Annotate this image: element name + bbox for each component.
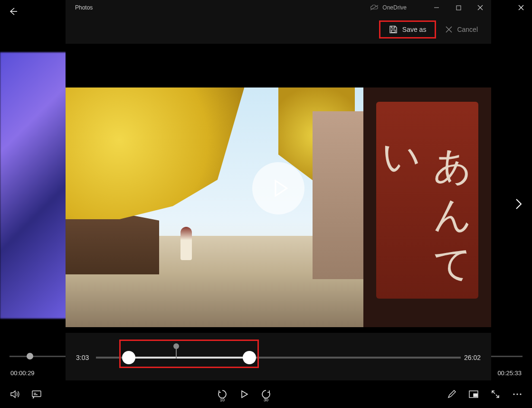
trim-start-handle[interactable] xyxy=(122,351,135,364)
trim-timeline: 3:03 26:02 xyxy=(66,333,491,380)
next-media-button[interactable] xyxy=(510,193,527,215)
svg-rect-1 xyxy=(391,30,395,32)
svg-point-6 xyxy=(516,393,518,395)
cloud-off-icon xyxy=(370,5,379,10)
skip-back-button[interactable]: 10 xyxy=(212,384,232,404)
trim-start-time: 3:03 xyxy=(76,354,89,361)
fullscreen-button[interactable] xyxy=(485,384,505,404)
outer-current-time: 00:00:29 xyxy=(10,369,35,377)
trim-end-handle[interactable] xyxy=(243,351,256,364)
play-button[interactable] xyxy=(234,384,254,404)
photos-trim-editor: Photos OneDrive Save as Cancel xyxy=(66,0,491,380)
svg-point-5 xyxy=(513,393,514,395)
svg-point-7 xyxy=(520,393,521,395)
outer-total-time: 00:25:33 xyxy=(497,369,522,377)
editor-titlebar: Photos OneDrive xyxy=(66,0,491,15)
pip-icon xyxy=(468,390,479,398)
save-icon xyxy=(389,25,398,34)
play-icon xyxy=(270,178,291,199)
volume-button[interactable] xyxy=(5,384,25,404)
background-art xyxy=(0,52,66,319)
annotation-highlight xyxy=(119,340,258,368)
captions-button[interactable] xyxy=(27,384,47,404)
back-button[interactable] xyxy=(9,7,20,18)
minimize-button[interactable] xyxy=(426,0,447,15)
svg-rect-0 xyxy=(456,6,461,10)
outer-window-controls xyxy=(510,0,532,15)
fullscreen-icon xyxy=(491,389,500,399)
cancel-label: Cancel xyxy=(457,26,478,33)
close-button[interactable] xyxy=(469,0,491,15)
editor-toolbar: Save as Cancel xyxy=(66,15,491,44)
skip-fwd-seconds: 30 xyxy=(264,398,268,402)
outer-player-controls: 10 30 xyxy=(0,380,532,408)
mini-view-button[interactable] xyxy=(464,384,484,404)
svg-rect-2 xyxy=(32,391,41,397)
save-as-button[interactable]: Save as xyxy=(379,20,437,39)
speaker-icon xyxy=(10,389,20,399)
trim-end-time: 26:02 xyxy=(464,354,481,361)
pencil-icon xyxy=(447,389,456,399)
play-icon xyxy=(239,389,249,399)
svg-rect-4 xyxy=(474,394,477,397)
trim-selection xyxy=(129,357,249,359)
onedrive-status[interactable]: OneDrive xyxy=(370,4,407,11)
app-title: Photos xyxy=(66,4,93,11)
video-preview[interactable] xyxy=(66,44,491,333)
subtitles-icon xyxy=(31,389,42,399)
onedrive-label: OneDrive xyxy=(382,4,407,11)
skip-forward-button[interactable]: 30 xyxy=(256,384,276,404)
maximize-button[interactable] xyxy=(447,0,469,15)
save-as-label: Save as xyxy=(402,26,427,33)
more-button[interactable] xyxy=(507,384,527,404)
skip-back-seconds: 10 xyxy=(220,398,225,402)
edit-button[interactable] xyxy=(442,384,462,404)
outer-close-button[interactable] xyxy=(510,0,532,15)
play-overlay-button[interactable] xyxy=(252,162,304,214)
close-icon xyxy=(446,26,452,33)
ellipsis-icon xyxy=(513,393,522,396)
outer-seek-knob[interactable] xyxy=(27,353,33,359)
cancel-button[interactable]: Cancel xyxy=(439,20,484,39)
